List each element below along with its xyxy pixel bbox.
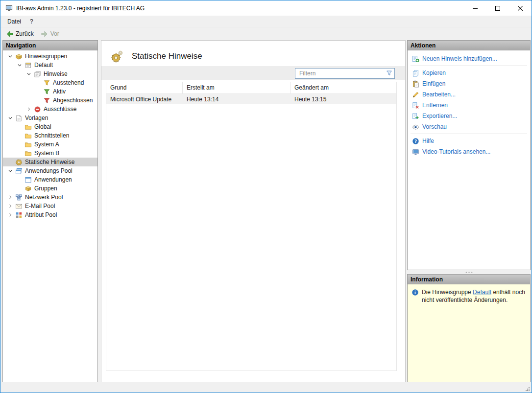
tree-item-aktiv[interactable]: Aktiv (3, 87, 97, 96)
menu-item-datei[interactable]: Datei (3, 17, 25, 26)
action-vorschau[interactable]: Vorschau (408, 121, 530, 132)
action-label[interactable]: Exportieren... (422, 113, 457, 119)
back-button[interactable]: Zurück (3, 28, 37, 39)
tree-item-ausschluesse[interactable]: Ausschlüsse (3, 105, 97, 114)
action-kopieren[interactable]: Kopieren (408, 68, 530, 78)
separator (411, 134, 527, 134)
tree-item-vorlagen[interactable]: Vorlagen (3, 114, 97, 122)
tree-item-gruppen[interactable]: Gruppen (3, 184, 97, 193)
copy-icon (411, 69, 419, 77)
filter-input[interactable] (295, 70, 385, 77)
action-label[interactable]: Video-Tutorials ansehen... (422, 148, 490, 155)
app-icon (5, 4, 13, 12)
page-title: Statische Hinweise (132, 51, 202, 61)
tree-item-label: System A (34, 141, 61, 148)
tree-item-e-mail-pool[interactable]: E-Mail Pool (3, 202, 97, 210)
chevron-right-icon[interactable] (6, 202, 15, 210)
maximize-button[interactable] (486, 0, 509, 16)
column-header-geaendert-am[interactable]: Geändert am (290, 82, 396, 93)
chevron-down-icon[interactable] (6, 52, 15, 60)
forward-arrow-icon (41, 30, 48, 38)
information-panel: Information Die Hinweisgruppe Default en… (407, 274, 531, 382)
navigation-tree: HinweisgruppenDefaultHinweiseAusstehendA… (3, 50, 97, 382)
network-pool-icon (15, 193, 23, 201)
default-group-link[interactable]: Default (473, 289, 491, 296)
action-label[interactable]: Kopieren (422, 69, 446, 76)
tree-item-label: Global (34, 123, 53, 130)
info-icon (411, 288, 419, 296)
navigation-panel-header: Navigation (3, 41, 97, 50)
minimize-button[interactable] (464, 0, 486, 16)
navigation-panel: Navigation HinweisgruppenDefaultHinweise… (2, 40, 98, 382)
chevron-down-icon[interactable] (15, 61, 24, 69)
static-hints-table: GrundErstellt amGeändert am Microsoft Of… (106, 82, 397, 371)
info-text-before: Die Hinweisgruppe (422, 289, 473, 296)
tree-item-anwendungs-pool[interactable]: Anwendungs Pool (3, 166, 97, 175)
action-neuen-hinweis-hinzufuegen[interactable]: Neuen Hinweis hinzufügen... (408, 53, 530, 64)
forward-button[interactable]: Vor (38, 28, 62, 39)
table-cell: Heute 13:14 (183, 96, 290, 103)
actions-panel: Aktionen Neuen Hinweis hinzufügen...Kopi… (407, 40, 531, 270)
tree-item-netzwerk-pool[interactable]: Netzwerk Pool (3, 193, 97, 202)
templates-icon (15, 114, 23, 122)
resize-grip[interactable] (525, 387, 530, 392)
nav-toolbar: Zurück Vor (0, 27, 532, 40)
tree-item-default[interactable]: Default (3, 61, 97, 69)
action-bearbeiten[interactable]: Bearbeiten... (408, 89, 530, 100)
column-header-grund[interactable]: Grund (106, 82, 183, 93)
menu-item-help[interactable]: ? (25, 17, 38, 26)
action-label[interactable]: Neuen Hinweis hinzufügen... (422, 55, 497, 62)
folder-icon (24, 140, 32, 148)
action-einfuegen[interactable]: Einfügen (408, 78, 530, 89)
close-button[interactable] (509, 0, 532, 16)
chevron-down-icon[interactable] (6, 114, 15, 122)
action-video-tutorials-ansehen[interactable]: Video-Tutorials ansehen... (408, 146, 530, 157)
panel-splitter[interactable] (407, 270, 531, 274)
tree-item-hinweise[interactable]: Hinweise (3, 69, 97, 78)
tree-item-label: Ausstehend (53, 79, 86, 86)
tree-item-abgeschlossen[interactable]: Abgeschlossen (3, 96, 97, 105)
expander-spacer (15, 132, 24, 139)
chevron-down-icon[interactable] (24, 70, 33, 78)
action-label[interactable]: Bearbeiten... (422, 91, 456, 98)
window-title: IBI-aws Admin 1.23.0 - registriert für I… (16, 5, 145, 12)
expander-spacer (15, 140, 24, 148)
title-bar: IBI-aws Admin 1.23.0 - registriert für I… (0, 0, 532, 16)
expander-spacer (34, 96, 43, 104)
export-icon (411, 112, 419, 120)
menu-bar: Datei ? (0, 16, 532, 27)
tree-item-anwendungen[interactable]: Anwendungen (3, 175, 97, 184)
filter-funnel-icon[interactable] (385, 69, 393, 77)
tree-item-schnittstellen[interactable]: Schnittstellen (3, 131, 97, 140)
information-body: Die Hinweisgruppe Default enthält noch n… (408, 284, 530, 382)
tree-item-system-b[interactable]: System B (3, 149, 97, 158)
hint-group-icon (24, 61, 32, 69)
action-label[interactable]: Entfernen (422, 102, 448, 109)
static-hints-gear-icon (110, 49, 125, 64)
chevron-right-icon[interactable] (6, 211, 15, 219)
action-entfernen[interactable]: Entfernen (408, 100, 530, 111)
column-header-erstellt-am[interactable]: Erstellt am (183, 82, 290, 93)
expander-spacer (6, 158, 15, 166)
tree-item-label: System B (34, 150, 61, 157)
filter-bar (101, 66, 405, 80)
table-row[interactable]: Microsoft Office UpdateHeute 13:14Heute … (106, 94, 396, 104)
tree-item-attribut-pool[interactable]: Attribut Pool (3, 210, 97, 219)
action-label[interactable]: Vorschau (422, 123, 447, 130)
chevron-right-icon[interactable] (6, 193, 15, 201)
tree-item-system-a[interactable]: System A (3, 140, 97, 149)
tree-item-label: Schnittstellen (34, 132, 71, 139)
tree-item-ausstehend[interactable]: Ausstehend (3, 78, 97, 87)
table-cell: Heute 13:15 (290, 96, 396, 103)
tree-item-global[interactable]: Global (3, 122, 97, 131)
tree-item-hinweisgruppen[interactable]: Hinweisgruppen (3, 52, 97, 61)
tree-item-label: Anwendungs Pool (25, 167, 74, 174)
action-hilfe[interactable]: ?Hilfe (408, 136, 530, 146)
action-label[interactable]: Hilfe (422, 138, 434, 144)
tree-item-statische-hinweise[interactable]: Statische Hinweise (3, 158, 97, 166)
tree-item-label: Attribut Pool (25, 211, 59, 218)
action-exportieren[interactable]: Exportieren... (408, 111, 530, 121)
chevron-right-icon[interactable] (24, 105, 33, 113)
chevron-down-icon[interactable] (6, 167, 15, 175)
action-label[interactable]: Einfügen (422, 80, 445, 87)
